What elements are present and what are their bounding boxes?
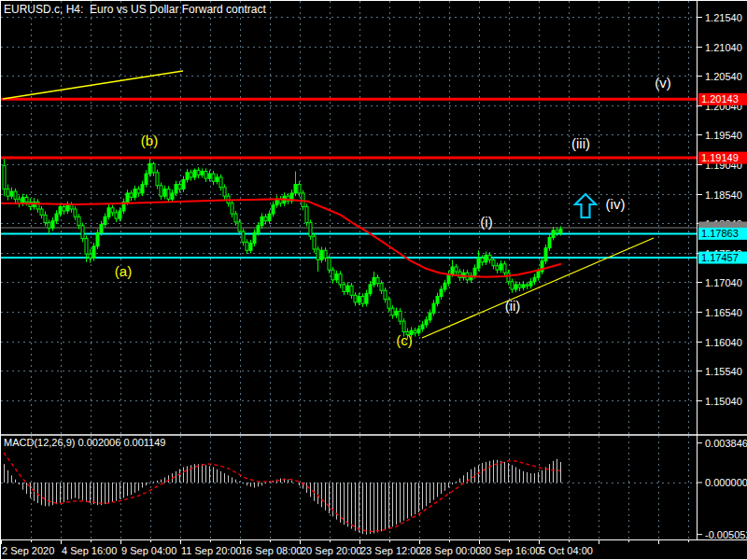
candle-body xyxy=(204,172,207,179)
candle-body xyxy=(421,325,424,329)
candle-body xyxy=(156,173,159,186)
candle-body xyxy=(417,329,420,332)
candle-body xyxy=(14,191,17,199)
wave-label[interactable]: (c) xyxy=(396,332,413,348)
candle-body xyxy=(261,217,263,225)
candle-body xyxy=(66,205,69,211)
chart-window: 1.215401.210401.205401.200401.195401.190… xyxy=(0,0,747,560)
time-axis-label: 30 Sep 16:00 xyxy=(480,545,541,556)
candle-body xyxy=(481,258,484,261)
wave-label[interactable]: (i) xyxy=(480,214,492,230)
candle-body xyxy=(496,266,499,270)
price-axis-label: 1.21540 xyxy=(705,12,742,23)
wave-label[interactable]: (iii) xyxy=(571,135,590,151)
candle-body xyxy=(358,297,360,302)
candle-body xyxy=(264,217,267,220)
wave-label[interactable]: (b) xyxy=(141,133,158,148)
wave-label[interactable]: (iv) xyxy=(606,196,626,212)
wave-label[interactable]: (ii) xyxy=(505,298,521,314)
candle-body xyxy=(137,189,140,193)
time-axis-label: 28 Sep 00:00 xyxy=(420,545,481,556)
candle-body xyxy=(440,289,443,297)
candle-body xyxy=(193,170,196,177)
candle-body xyxy=(529,282,532,286)
candle-body xyxy=(335,274,338,280)
candle-body xyxy=(201,172,204,175)
time-axis-label: 20 Sep 20:00 xyxy=(301,545,361,556)
candle-body xyxy=(40,209,43,215)
candle-body xyxy=(500,264,502,270)
candle-body xyxy=(559,230,562,233)
candle-body xyxy=(514,285,517,289)
candle-body xyxy=(152,163,155,172)
candle-body xyxy=(148,163,151,174)
price-axis-label: 1.19540 xyxy=(705,130,742,141)
price-axis-label: 1.16540 xyxy=(705,307,742,318)
candle-body xyxy=(104,217,106,224)
up-arrow-icon[interactable] xyxy=(575,194,596,217)
candle-body xyxy=(365,293,368,303)
time-axis-label: 4 Sep 16:00 xyxy=(62,545,117,556)
candle-body xyxy=(268,214,271,221)
time-axis-label: 23 Sep 12:00 xyxy=(360,545,421,556)
candle-body xyxy=(331,270,334,280)
candle-body xyxy=(298,184,301,192)
candle-body xyxy=(313,236,316,249)
candle-body xyxy=(100,224,103,232)
candle-body xyxy=(167,189,170,200)
wave-label[interactable]: (v) xyxy=(655,75,671,91)
price-axis-label: 1.15040 xyxy=(705,396,742,407)
candle-body xyxy=(234,214,237,222)
candle-body xyxy=(96,232,99,246)
candle-body xyxy=(186,173,189,180)
upper-channel-trendline[interactable] xyxy=(3,71,183,99)
chart-canvas[interactable]: 1.215401.210401.205401.200401.195401.190… xyxy=(0,0,747,560)
candle-body xyxy=(115,213,118,218)
candle-body xyxy=(317,249,319,259)
price-tag-label: 1.20143 xyxy=(701,93,739,105)
price-tag-label: 1.17863 xyxy=(701,228,739,239)
candle-body xyxy=(436,297,439,304)
candle-body xyxy=(402,321,405,331)
candle-body xyxy=(544,248,547,261)
chart-title: EURUSD.c, H4: Euro vs US Dollar Forward … xyxy=(4,3,266,16)
candle-body xyxy=(89,254,92,258)
candle-body xyxy=(92,246,95,259)
candle-body xyxy=(163,189,166,197)
pane-divider[interactable] xyxy=(0,434,747,436)
candle-body xyxy=(388,300,390,308)
candle-body xyxy=(526,285,529,286)
candle-body xyxy=(320,250,323,259)
candle-body xyxy=(354,295,357,302)
candle-body xyxy=(537,272,540,277)
candle-body xyxy=(107,208,110,217)
candle-body xyxy=(361,297,364,304)
candle-body xyxy=(414,330,416,333)
candle-body xyxy=(81,226,84,239)
candle-body xyxy=(238,222,241,231)
candle-body xyxy=(126,193,129,202)
candle-body xyxy=(51,221,54,229)
macd-axis-label: -0.005052 xyxy=(705,529,747,540)
wave-label[interactable]: (a) xyxy=(115,263,132,279)
candle-body xyxy=(485,255,487,262)
candle-body xyxy=(522,285,525,287)
candle-body xyxy=(343,285,345,292)
candle-body xyxy=(552,231,555,238)
wave-ii-trendline[interactable] xyxy=(422,238,654,338)
candle-body xyxy=(21,197,24,203)
candle-body xyxy=(425,320,428,325)
candle-body xyxy=(171,193,174,199)
candle-body xyxy=(59,207,62,215)
candle-body xyxy=(119,211,121,218)
time-axis-label: 5 Oct 04:00 xyxy=(540,545,593,556)
candle-body xyxy=(373,277,375,285)
price-axis-label: 1.21040 xyxy=(705,42,742,53)
candle-body xyxy=(242,231,245,242)
candle-body xyxy=(533,277,536,281)
candle-body xyxy=(55,214,58,221)
candle-body xyxy=(219,177,222,188)
candle-body xyxy=(503,264,506,273)
candle-body xyxy=(130,193,133,197)
candle-body xyxy=(507,273,510,281)
